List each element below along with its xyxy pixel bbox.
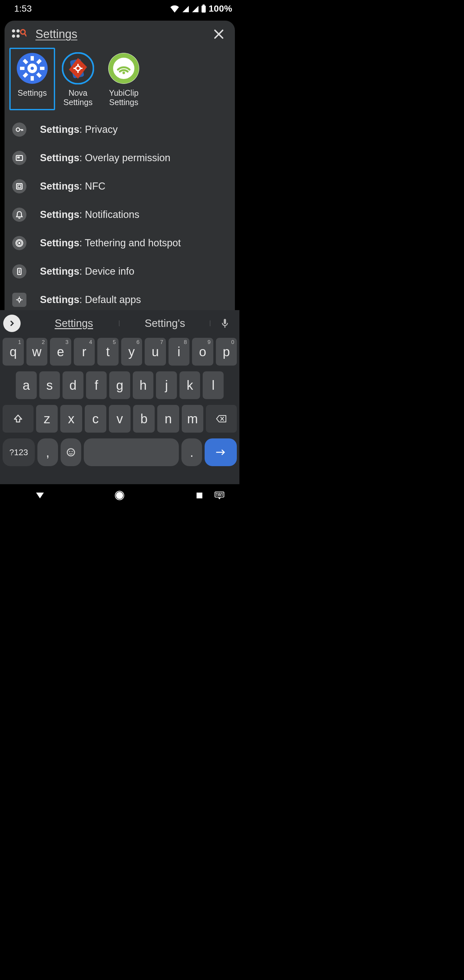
deep-shortcut-results: Settings: Privacy Settings: Overlay perm… (5, 110, 235, 314)
key-h[interactable]: h (133, 371, 154, 399)
key-l[interactable]: l (203, 371, 224, 399)
key-w[interactable]: w2 (26, 338, 48, 366)
signal-icon (181, 5, 189, 12)
nav-recents-button[interactable] (189, 488, 210, 503)
search-input[interactable]: Settings (28, 27, 210, 41)
result-overlay-permission[interactable]: Settings: Overlay permission (5, 144, 235, 172)
app-tile-yubiclip-settings[interactable]: YubiClip Settings (101, 48, 146, 110)
backspace-key[interactable] (206, 405, 237, 433)
key-hint: 9 (208, 339, 210, 345)
triangle-down-icon (35, 491, 45, 500)
drawer-search-icon[interactable] (10, 25, 28, 43)
key-a[interactable]: a (16, 371, 37, 399)
key-d[interactable]: d (62, 371, 83, 399)
svg-line-17 (24, 73, 27, 77)
keyboard-switch-icon (214, 491, 225, 500)
result-tethering[interactable]: Settings: Tethering and hotspot (5, 229, 235, 257)
key-v[interactable]: v (109, 405, 130, 433)
svg-point-47 (69, 451, 70, 452)
key-g[interactable]: g (109, 371, 130, 399)
result-device-info[interactable]: Settings: Device info (5, 257, 235, 286)
key-r[interactable]: r4 (74, 338, 95, 366)
result-notifications[interactable]: Settings: Notifications (5, 200, 235, 229)
result-label: Settings: Default apps (40, 294, 141, 305)
key-k[interactable]: k (180, 371, 200, 399)
svg-point-39 (18, 298, 21, 301)
svg-rect-32 (18, 185, 21, 188)
status-bar: 1:53 100% (0, 0, 239, 18)
key-hint: 5 (113, 339, 116, 345)
key-j[interactable]: j (156, 371, 177, 399)
key-e[interactable]: e3 (50, 338, 71, 366)
result-nfc[interactable]: Settings: NFC (5, 172, 235, 200)
backspace-icon (216, 414, 227, 423)
result-label: Settings: NFC (40, 181, 105, 192)
key-c[interactable]: c (85, 405, 106, 433)
phone-info-icon (12, 264, 26, 278)
nav-back-button[interactable] (30, 488, 50, 503)
app-tile-nova-settings[interactable]: Nova Settings (55, 48, 101, 110)
key-b[interactable]: b (133, 405, 155, 433)
suggestion-secondary[interactable]: Setting's (119, 317, 211, 329)
space-key[interactable] (84, 438, 179, 466)
period-key[interactable]: . (181, 438, 202, 466)
nfc-icon (12, 179, 26, 193)
pip-icon (12, 151, 26, 165)
enter-key[interactable] (205, 438, 237, 466)
svg-rect-61 (222, 495, 223, 495)
expand-toolbar-button[interactable] (3, 315, 21, 332)
svg-rect-30 (17, 156, 20, 158)
emoji-icon (66, 447, 76, 457)
key-t[interactable]: t5 (97, 338, 119, 366)
wifi-ring-icon (108, 52, 140, 84)
key-s[interactable]: s (39, 371, 60, 399)
svg-point-4 (12, 35, 15, 38)
key-f[interactable]: f (86, 371, 107, 399)
svg-point-46 (67, 449, 75, 456)
battery-percentage: 100% (208, 3, 232, 14)
shift-key[interactable] (3, 405, 33, 433)
app-results: Settings Nova Settings (5, 48, 235, 110)
result-label: Settings: Overlay permission (40, 152, 170, 164)
key-o[interactable]: o9 (192, 338, 213, 366)
result-privacy[interactable]: Settings: Privacy (5, 115, 235, 144)
hotspot-icon (12, 236, 26, 250)
app-tile-settings[interactable]: Settings (10, 48, 55, 110)
app-label: Nova Settings (56, 88, 100, 107)
emoji-key[interactable] (60, 438, 81, 466)
svg-line-15 (37, 73, 41, 77)
app-label: YubiClip Settings (102, 88, 145, 107)
key-q[interactable]: q1 (3, 338, 24, 366)
key-u[interactable]: u7 (145, 338, 166, 366)
result-label: Settings: Notifications (40, 209, 139, 221)
svg-point-3 (16, 29, 20, 33)
key-z[interactable]: z (36, 405, 58, 433)
svg-line-14 (24, 60, 27, 63)
key-i[interactable]: i8 (168, 338, 190, 366)
key-hint: 8 (184, 339, 187, 345)
voice-input-button[interactable] (216, 318, 234, 328)
result-default-apps[interactable]: Settings: Default apps (5, 286, 235, 314)
key-n[interactable]: n (157, 405, 179, 433)
suggestion-primary[interactable]: Settings (29, 317, 119, 329)
comma-key[interactable]: , (37, 438, 58, 466)
key-p[interactable]: p0 (216, 338, 237, 366)
mic-icon (221, 318, 229, 328)
key-m[interactable]: m (182, 405, 203, 433)
key-hint: 7 (160, 339, 163, 345)
svg-rect-52 (197, 493, 202, 498)
search-panel: Settings (5, 21, 235, 320)
close-button[interactable] (210, 25, 228, 43)
search-bar[interactable]: Settings (5, 21, 235, 48)
nav-keyboard-switch-button[interactable] (209, 488, 230, 503)
gear-icon (16, 52, 48, 84)
symbols-key[interactable]: ?123 (3, 438, 35, 466)
nav-home-button[interactable] (109, 488, 130, 503)
key-y[interactable]: y6 (121, 338, 142, 366)
key-x[interactable]: x (60, 405, 82, 433)
svg-rect-1 (203, 5, 205, 6)
svg-rect-31 (16, 183, 22, 189)
keyboard-row-2: asdfghjkl (1, 371, 238, 399)
nova-gear-icon (62, 52, 94, 84)
key-hint: 1 (18, 339, 21, 345)
